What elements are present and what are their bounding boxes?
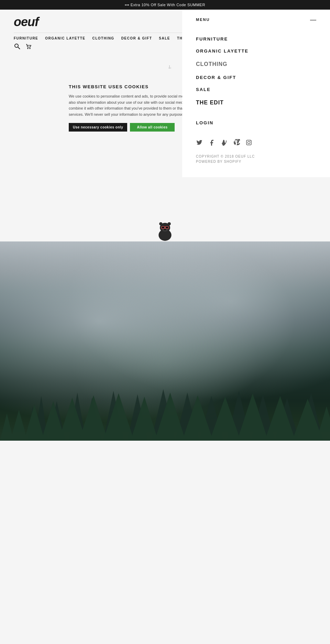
necessary-cookies-button[interactable]: Use necessary cookies only <box>69 123 127 132</box>
svg-point-3 <box>30 48 30 49</box>
menu-items: FURNITURE ORGANIC LAYETTE CLOTHING DECOR… <box>196 33 316 110</box>
svg-point-20 <box>164 229 166 230</box>
corner-decor-left <box>168 65 171 69</box>
powered-by-text: POWERED BY SHOPIFY <box>196 160 316 163</box>
menu-footer: Copyright © 2018 OEUF LLC POWERED BY SHO… <box>196 155 316 163</box>
menu-item-decor-gift[interactable]: DECOR & GIFT <box>196 71 316 83</box>
vimeo-icon[interactable] <box>221 139 228 148</box>
bear-area <box>0 214 330 241</box>
svg-point-14 <box>159 222 162 225</box>
nav-clothing[interactable]: CLOTHING <box>92 36 114 40</box>
menu-item-organic-layette[interactable]: ORGANIC LAYETTE <box>196 45 316 57</box>
menu-item-the-edit[interactable]: THE EDIT <box>196 95 316 110</box>
menu-close-button[interactable]: — <box>310 16 316 23</box>
logo[interactable]: oeuf <box>14 15 38 29</box>
svg-marker-41 <box>103 393 134 441</box>
trees-svg <box>0 338 330 441</box>
menu-overlay: MENU — FURNITURE ORGANIC LAYETTE CLOTHIN… <box>182 10 330 177</box>
svg-point-0 <box>15 44 18 47</box>
hero-image <box>0 241 330 441</box>
copyright-text: Copyright © 2018 OEUF LLC <box>196 155 316 158</box>
menu-title: MENU <box>196 18 210 22</box>
svg-rect-18 <box>165 227 168 229</box>
nav-decor-gift[interactable]: DECOR & GIFT <box>121 36 152 40</box>
instagram-icon[interactable] <box>245 139 252 148</box>
allow-all-cookies-button[interactable]: Allow all cookies <box>130 123 174 132</box>
nav-sale[interactable]: SALE <box>159 36 170 40</box>
nav-organic-layette[interactable]: ORGANIC LAYETTE <box>45 36 85 40</box>
bear-illustration <box>153 217 177 241</box>
svg-line-1 <box>18 47 20 49</box>
announcement-text: ••• Extra 10% Off Sale With Code SUMMER <box>125 3 205 7</box>
svg-point-2 <box>28 48 28 49</box>
menu-item-sale[interactable]: SALE <box>196 83 316 95</box>
twitter-icon[interactable] <box>196 139 203 148</box>
announcement-bar: ••• Extra 10% Off Sale With Code SUMMER <box>0 0 330 10</box>
search-icon[interactable] <box>14 43 21 50</box>
menu-item-furniture[interactable]: FURNITURE <box>196 33 316 45</box>
svg-point-15 <box>167 222 170 225</box>
svg-rect-17 <box>162 227 165 229</box>
svg-rect-8 <box>168 68 171 68</box>
bottom-area <box>0 441 330 606</box>
facebook-icon[interactable] <box>208 139 215 148</box>
cart-icon[interactable] <box>25 43 32 50</box>
menu-social-icons <box>196 139 316 148</box>
menu-login[interactable]: LOGIN <box>196 120 316 125</box>
header: oeuf FURNITURE ORGANIC LAYETTE CLOTHING … <box>0 10 330 53</box>
menu-item-clothing[interactable]: CLOTHING <box>196 57 316 71</box>
svg-marker-40 <box>79 395 108 441</box>
svg-marker-36 <box>10 410 28 441</box>
nav-furniture[interactable]: FURNITURE <box>14 36 38 40</box>
menu-header: MENU — <box>196 16 316 23</box>
svg-point-6 <box>250 141 251 142</box>
pinterest-icon[interactable] <box>233 139 240 148</box>
svg-point-5 <box>248 142 250 144</box>
